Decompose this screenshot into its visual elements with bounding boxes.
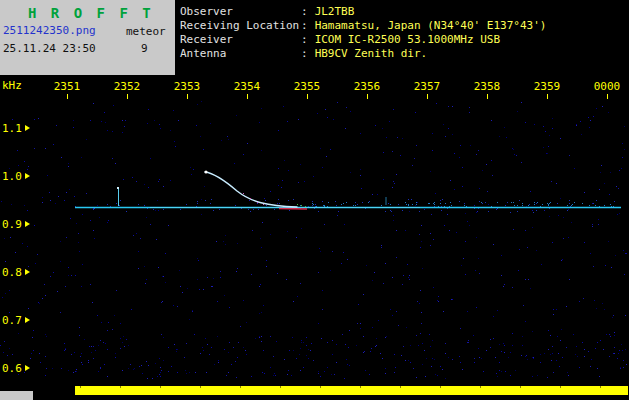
time-tick-label: 2354 [234, 80, 261, 93]
time-tick [247, 94, 248, 99]
freq-tick [25, 269, 30, 275]
meteor-echo-head [205, 171, 208, 174]
time-tick [307, 94, 308, 99]
time-tick-label: 2358 [474, 80, 501, 93]
station-info-row: Receiving Location:Hamamatsu, Japan (N34… [175, 19, 629, 33]
time-tick [427, 94, 428, 99]
freq-tick [25, 365, 30, 371]
info-label: Antenna [180, 47, 301, 61]
echo-count: 9 [141, 42, 148, 55]
time-tick-label: 0000 [594, 80, 621, 93]
info-value: JL2TBB [315, 5, 355, 18]
info-label: Receiving Location [180, 19, 301, 33]
freq-tick-label: 0.9 [2, 218, 22, 231]
info-value: HB9CV Zenith dir. [315, 47, 428, 60]
signals [75, 171, 621, 210]
info-label: Receiver [180, 33, 301, 47]
station-info-panel: Observer:JL2TBBReceiving Location:Hamama… [175, 0, 629, 75]
hrofft-window: H R O F F T 2511242350.png meteor 25.11.… [0, 0, 629, 400]
station-info-row: Receiver:ICOM IC-R2500 53.1000MHz USB [175, 33, 629, 47]
time-tick-label: 2352 [114, 80, 141, 93]
background-noise [0, 101, 627, 379]
datetime-label: 25.11.24 23:50 [3, 42, 96, 55]
time-tick [547, 94, 548, 99]
axes: kHz2351235223532354235523562357235823590… [2, 79, 620, 375]
short-echo-head [117, 187, 119, 189]
station-info-row: Observer:JL2TBB [175, 5, 629, 19]
corner-fragment [0, 391, 33, 400]
freq-tick-label: 0.8 [2, 266, 22, 279]
freq-unit-label: kHz [2, 79, 22, 92]
time-tick-label: 2357 [414, 80, 441, 93]
freq-tick-label: 1.0 [2, 170, 22, 183]
time-tick-label: 2355 [294, 80, 321, 93]
time-tick [67, 94, 68, 99]
time-tick [367, 94, 368, 99]
app-title: H R O F F T [28, 5, 154, 21]
info-separator: : [301, 33, 308, 46]
info-separator: : [301, 47, 308, 60]
echo-doppler-red [279, 209, 307, 210]
time-tick [607, 94, 608, 99]
spectrogram: kHz2351235223532354235523562357235823590… [0, 75, 629, 400]
freq-tick [25, 125, 30, 131]
time-tick-label: 2359 [534, 80, 561, 93]
header-left-panel: H R O F F T 2511242350.png meteor 25.11.… [0, 0, 175, 75]
output-filename: 2511242350.png [3, 24, 96, 37]
time-tick-label: 2356 [354, 80, 381, 93]
station-info-row: Antenna:HB9CV Zenith dir. [175, 47, 629, 61]
freq-tick-label: 0.7 [2, 314, 22, 327]
freq-tick [25, 173, 30, 179]
mode-label: meteor [126, 25, 166, 38]
info-value: Hamamatsu, Japan (N34°40' E137°43') [315, 19, 547, 32]
time-tick-label: 2353 [174, 80, 201, 93]
time-tick [127, 94, 128, 99]
info-label: Observer [180, 5, 301, 19]
freq-tick-label: 0.6 [2, 362, 22, 375]
time-tick [487, 94, 488, 99]
signal-level-bar [75, 386, 628, 395]
freq-tick [25, 317, 30, 323]
info-separator: : [301, 5, 308, 18]
freq-tick-label: 1.1 [2, 122, 22, 135]
signal-level-strip [0, 386, 628, 400]
info-value: ICOM IC-R2500 53.1000MHz USB [315, 33, 500, 46]
time-tick-label: 2351 [54, 80, 81, 93]
freq-tick [25, 221, 30, 227]
time-tick [187, 94, 188, 99]
meteor-echo-trace [205, 172, 297, 207]
info-separator: : [301, 19, 308, 32]
